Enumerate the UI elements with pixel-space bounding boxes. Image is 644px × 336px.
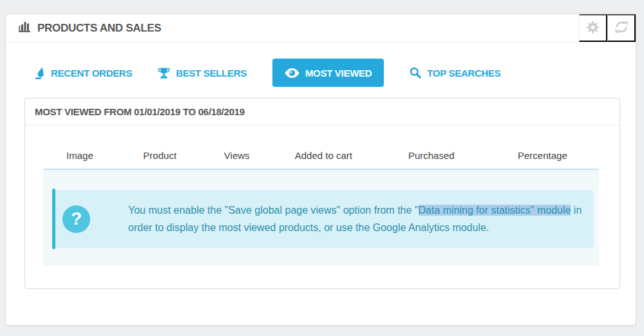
most-viewed-table: Image Product Views Added to cart Purcha… [43,126,599,266]
eye-icon [285,68,299,78]
tab-recent-orders[interactable]: RECENT ORDERS [35,67,132,79]
tab-best-sellers[interactable]: BEST SELLERS [158,68,247,79]
trophy-icon [158,68,170,79]
products-and-sales-panel: PRODUCTS AND SALES [5,14,636,326]
most-viewed-section: MOST VIEWED FROM 01/01/2019 TO 06/18/201… [24,98,620,289]
panel-actions [579,14,636,42]
notice-text-part: You must enable the "Save global page vi… [128,205,419,216]
most-viewed-heading: MOST VIEWED FROM 01/01/2019 TO 06/18/201… [25,98,620,126]
settings-button[interactable] [579,14,607,42]
tab-label: BEST SELLERS [176,68,247,79]
notice-text: You must enable the "Save global page vi… [128,201,582,236]
panel-header: PRODUCTS AND SALES [6,14,636,42]
search-icon [410,67,421,79]
column-header-purchased: Purchased [377,150,486,161]
column-header-views: Views [204,150,270,161]
tab-label: MOST VIEWED [305,68,372,79]
column-header-image: Image [43,150,117,161]
column-header-added-to-cart: Added to cart [270,150,377,161]
dashboard-tabs: RECENT ORDERS BEST SELLERS [35,59,636,87]
question-mark-icon: ? [62,205,90,233]
ink-drop-icon [35,67,45,79]
bar-chart-icon [19,21,32,35]
table-header-row: Image Product Views Added to cart Purcha… [43,126,599,170]
table-body: ? You must enable the "Save global page … [43,170,599,266]
gear-icon [586,21,600,36]
panel-title-label: PRODUCTS AND SALES [37,22,161,35]
column-header-product: Product [117,150,204,161]
tab-top-searches[interactable]: TOP SEARCHES [410,67,500,79]
info-notice: ? You must enable the "Save global page … [52,190,594,248]
refresh-button[interactable] [607,14,636,42]
tab-label: RECENT ORDERS [51,68,132,79]
tab-label: TOP SEARCHES [427,68,500,79]
panel-title: PRODUCTS AND SALES [19,21,161,35]
refresh-icon [615,21,628,35]
notice-text-highlighted: Data mining for statistics" module [419,205,571,216]
tab-most-viewed[interactable]: MOST VIEWED [272,59,384,87]
column-header-percentage: Percentage [486,150,599,161]
